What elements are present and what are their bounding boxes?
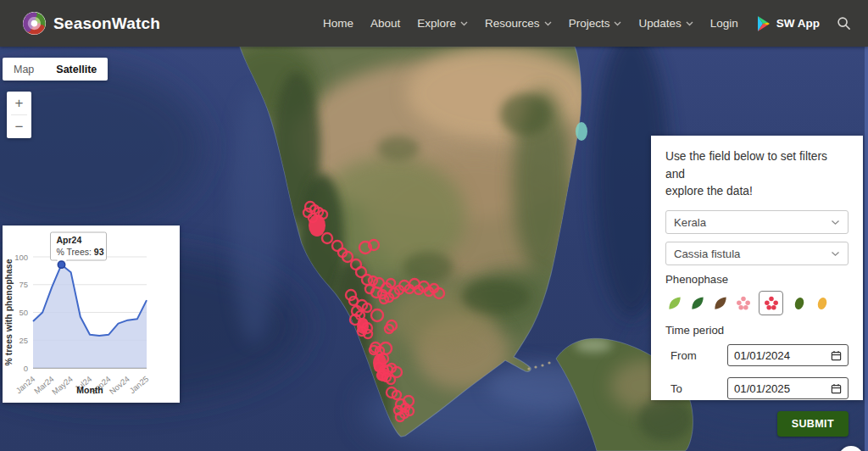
phenophase-fruits-unripe-icon[interactable] <box>790 294 808 312</box>
phenophase-leaves-fresh-icon[interactable] <box>665 294 683 312</box>
to-date-row: To 01/01/2025 <box>665 377 849 399</box>
map-type-control: Map Satellite <box>3 58 108 81</box>
from-label: From <box>665 349 727 362</box>
google-play-icon <box>755 15 771 32</box>
nav-item-home[interactable]: Home <box>323 17 353 30</box>
phenophase-fruits-ripe-icon[interactable] <box>813 294 831 312</box>
phenophase-label: Phenophase <box>665 273 849 286</box>
to-date-input[interactable]: 01/01/2025 <box>727 377 849 399</box>
svg-text:Month: Month <box>76 385 103 395</box>
svg-text:% trees with phenophase: % trees with phenophase <box>3 259 14 365</box>
nav-item-resources[interactable]: Resources <box>485 17 552 30</box>
svg-text:25: 25 <box>19 336 28 345</box>
calendar-icon[interactable] <box>831 383 842 394</box>
svg-text:75: 75 <box>19 280 28 289</box>
nav-item-login[interactable]: Login <box>710 17 738 30</box>
map-zoom-control: + − <box>7 92 31 138</box>
phenophase-chart-card: 0255075100Jan24Mar24May24Jul24Sep24Nov24… <box>3 226 180 403</box>
svg-text:Jan25: Jan25 <box>127 374 150 395</box>
search-icon[interactable] <box>837 16 851 31</box>
chevron-down-icon <box>831 251 840 257</box>
chevron-down-icon <box>544 21 552 26</box>
chevron-down-icon <box>831 220 840 226</box>
zoom-in-button[interactable]: + <box>7 92 31 114</box>
svg-text:May24: May24 <box>50 374 75 397</box>
scrollbar[interactable] <box>865 47 868 451</box>
phenophase-leaves-mature-icon[interactable] <box>688 294 706 312</box>
brand-name: SeasonWatch <box>53 14 160 33</box>
filter-panel: Use the field below to set filters and e… <box>651 136 863 400</box>
species-select-value: Cassia fistula <box>674 248 740 260</box>
phenophase-flowers-open-icon[interactable] <box>759 291 783 315</box>
top-navbar: SeasonWatch HomeAboutExploreResourcesPro… <box>0 0 868 47</box>
brand[interactable]: SeasonWatch <box>0 12 160 35</box>
to-label: To <box>665 382 727 395</box>
svg-text:50: 50 <box>19 308 28 317</box>
to-date-value: 01/01/2025 <box>734 382 790 395</box>
svg-text:0: 0 <box>24 364 28 373</box>
species-select[interactable]: Cassia fistula <box>665 242 849 265</box>
nav-item-explore[interactable]: Explore <box>417 17 468 30</box>
state-select[interactable]: Kerala <box>665 210 849 234</box>
chevron-down-icon <box>686 21 693 26</box>
svg-text:% Trees: 93: % Trees: 93 <box>57 247 104 257</box>
svg-text:Apr24: Apr24 <box>57 235 82 245</box>
submit-button[interactable]: SUBMIT <box>777 411 849 437</box>
svg-text:Nov24: Nov24 <box>108 374 131 396</box>
calendar-icon[interactable] <box>831 350 842 361</box>
chevron-down-icon <box>614 21 621 26</box>
nav-item-projects[interactable]: Projects <box>569 17 622 30</box>
nav-item-about[interactable]: About <box>370 17 400 30</box>
svg-text:100: 100 <box>14 253 28 262</box>
time-period-label: Time period <box>665 324 849 337</box>
phenophase-leaves-old-icon[interactable] <box>711 294 729 312</box>
sw-app-label: SW App <box>776 17 820 30</box>
zoom-out-button[interactable]: − <box>7 115 31 138</box>
panel-intro-text: Use the field below to set filters and e… <box>665 148 849 201</box>
satellite-view-button[interactable]: Satellite <box>45 58 108 81</box>
state-select-value: Kerala <box>674 216 706 229</box>
map-view-button[interactable]: Map <box>3 58 45 81</box>
chevron-down-icon <box>460 21 468 26</box>
from-date-row: From 01/01/2024 <box>665 344 849 366</box>
svg-text:Jan24: Jan24 <box>14 374 36 395</box>
phenophase-area-chart[interactable]: 0255075100Jan24Mar24May24Jul24Sep24Nov24… <box>3 226 180 403</box>
from-date-input[interactable]: 01/01/2024 <box>727 344 849 366</box>
nav-item-updates[interactable]: Updates <box>638 17 693 30</box>
nav-item-sw-app[interactable]: SW App <box>755 15 820 32</box>
lake <box>576 122 587 141</box>
from-date-value: 01/01/2024 <box>734 349 790 362</box>
phenophase-icon-row <box>665 291 849 315</box>
phenophase-flowers-bud-icon[interactable] <box>734 294 752 312</box>
seasonwatch-logo-icon <box>23 12 46 35</box>
nav-menu: HomeAboutExploreResourcesProjectsUpdates… <box>323 15 868 32</box>
